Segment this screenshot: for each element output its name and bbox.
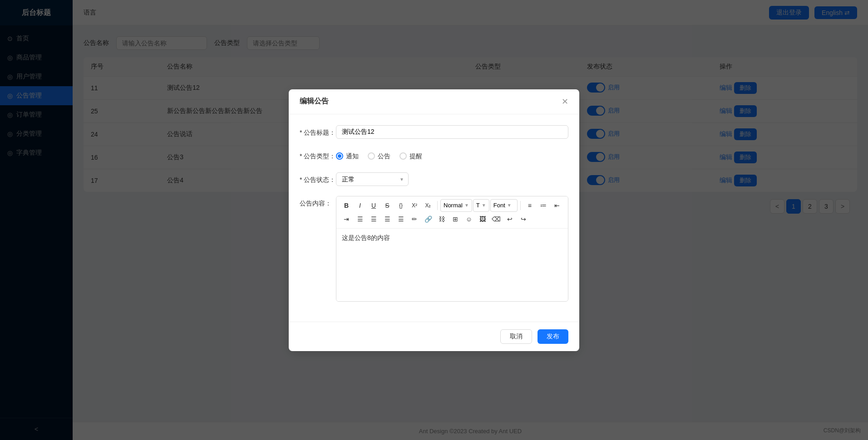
toolbar-sep-1 (437, 201, 438, 210)
toolbar-undo[interactable]: ↩ (503, 213, 516, 225)
style-select-arrow-icon: ▼ (464, 203, 469, 208)
toolbar-underline[interactable]: U (367, 199, 380, 212)
toolbar-list-ordered[interactable]: ≔ (537, 199, 550, 212)
fontsize-select-arrow-icon: ▼ (482, 203, 486, 208)
toolbar-table[interactable]: ⊞ (449, 213, 462, 225)
toolbar-italic[interactable]: I (354, 199, 366, 212)
toolbar-font-label: Font (493, 202, 505, 209)
modal-close-button[interactable]: ✕ (562, 97, 568, 107)
edit-announcement-modal: 编辑公告 ✕ * 公告标题： * 公告类型： 通知 (289, 89, 579, 351)
editor-toolbar: B I U S {} X² X₂ Normal ▼ (336, 196, 568, 229)
modal-body: * 公告标题： * 公告类型： 通知 公告 (289, 114, 579, 322)
toolbar-code[interactable]: {} (395, 199, 407, 212)
rich-text-editor: B I U S {} X² X₂ Normal ▼ (336, 196, 568, 302)
modal-wrapper: 编辑公告 ✕ * 公告标题： * 公告类型： 通知 (0, 0, 868, 440)
toolbar-pen[interactable]: ✏ (408, 213, 421, 225)
toolbar-align-center[interactable]: ☰ (367, 213, 380, 225)
form-row-title: * 公告标题： (300, 125, 568, 140)
toolbar-emoji[interactable]: ☺ (463, 213, 475, 225)
cancel-button[interactable]: 取消 (500, 329, 532, 344)
toolbar-align-right[interactable]: ☰ (381, 213, 394, 225)
modal-footer: 取消 发布 (289, 322, 579, 351)
content-control: B I U S {} X² X₂ Normal ▼ (336, 196, 568, 302)
type-control: 通知 公告 提醒 (336, 149, 568, 163)
toolbar-bold[interactable]: B (340, 199, 353, 212)
content-label: 公告内容： (300, 196, 336, 210)
radio-announcement-dot (368, 152, 375, 160)
toolbar-redo[interactable]: ↪ (517, 213, 530, 225)
modal-header: 编辑公告 ✕ (289, 89, 579, 114)
title-input[interactable] (336, 125, 568, 139)
toolbar-indent[interactable]: ⇥ (340, 213, 353, 225)
radio-notify[interactable]: 通知 (336, 149, 359, 163)
toolbar-strikethrough[interactable]: S (381, 199, 394, 212)
toolbar-subscript[interactable]: X₂ (422, 199, 434, 212)
radio-notify-label: 通知 (346, 149, 359, 163)
radio-announcement-label: 公告 (378, 149, 390, 163)
toolbar-superscript[interactable]: X² (408, 199, 421, 212)
toolbar-align-justify[interactable]: ☰ (395, 213, 407, 225)
toolbar-fontsize-label: T (476, 202, 480, 209)
toolbar-image[interactable]: 🖼 (476, 213, 489, 225)
toolbar-fontsize-select[interactable]: T ▼ (473, 199, 489, 212)
radio-reminder[interactable]: 提醒 (399, 149, 422, 163)
form-row-status: * 公告状态： 正常 停用 ▼ (300, 172, 568, 187)
toolbar-font-select[interactable]: Font ▼ (490, 199, 518, 212)
toolbar-sep-2 (520, 201, 521, 210)
toolbar-style-select[interactable]: Normal ▼ (440, 199, 472, 212)
modal-title: 编辑公告 (300, 97, 329, 106)
toolbar-style-label: Normal (444, 202, 463, 209)
form-row-type: * 公告类型： 通知 公告 提醒 (300, 149, 568, 163)
toolbar-erase[interactable]: ⌫ (490, 213, 503, 225)
title-label: * 公告标题： (300, 125, 336, 140)
font-select-arrow-icon: ▼ (507, 203, 512, 208)
toolbar-unlink[interactable]: ⛓ (435, 213, 448, 225)
toolbar-list-unordered[interactable]: ≡ (523, 199, 536, 212)
title-control (336, 125, 568, 139)
radio-reminder-dot (399, 152, 407, 160)
status-label: * 公告状态： (300, 172, 336, 187)
radio-reminder-label: 提醒 (409, 149, 422, 163)
publish-button[interactable]: 发布 (538, 329, 568, 344)
form-row-content: 公告内容： B I U S {} X² X₂ (300, 196, 568, 302)
type-label: * 公告类型： (300, 149, 336, 163)
status-control: 正常 停用 ▼ (336, 172, 568, 186)
toolbar-link[interactable]: 🔗 (422, 213, 434, 225)
status-select-wrapper: 正常 停用 ▼ (336, 172, 409, 186)
status-select[interactable]: 正常 停用 (336, 172, 409, 186)
toolbar-outdent[interactable]: ⇤ (551, 199, 563, 212)
toolbar-align-left[interactable]: ☰ (354, 213, 366, 225)
radio-notify-dot (336, 152, 343, 160)
radio-announcement[interactable]: 公告 (368, 149, 390, 163)
editor-content[interactable]: 这是公告8的内容 (336, 229, 568, 301)
